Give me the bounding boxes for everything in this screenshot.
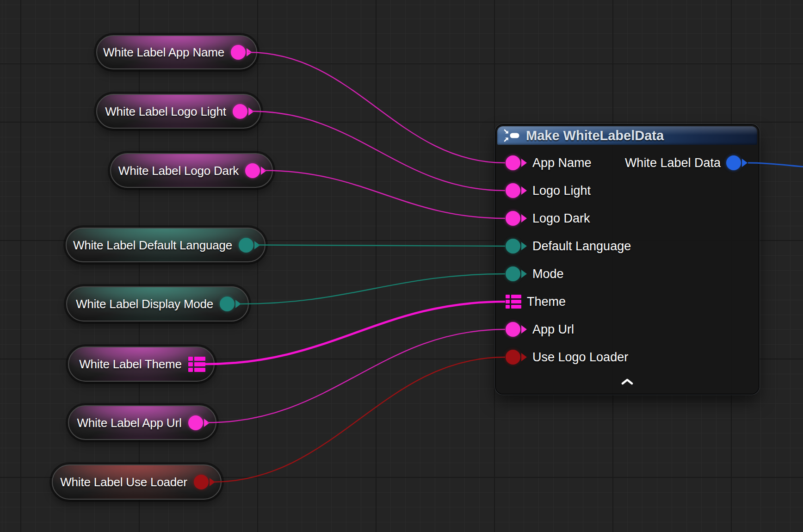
variable-getter-node[interactable]: White Label App Url bbox=[68, 405, 216, 440]
pin-nub bbox=[521, 214, 527, 223]
wire-white-label-default-language[interactable] bbox=[256, 245, 505, 247]
wire-white-label-use-loader[interactable] bbox=[212, 357, 505, 482]
pin-circle bbox=[506, 266, 520, 281]
input-pin-row: Use Logo Loader bbox=[497, 343, 628, 371]
input-pin-label: App Url bbox=[532, 323, 574, 336]
input-pin-use-logo-loader[interactable] bbox=[506, 350, 527, 365]
pin-circle bbox=[239, 238, 253, 253]
node-title: Make WhiteLabelData bbox=[526, 129, 664, 142]
struct-grid-cell bbox=[511, 300, 521, 303]
wire-white-label-logo-dark[interactable] bbox=[264, 171, 505, 219]
getter-node-label: White Label Use Loader bbox=[60, 476, 187, 488]
getter-node-label: White Label Theme bbox=[79, 358, 182, 370]
input-pin-label: Mode bbox=[532, 268, 564, 280]
wire-white-label-display-mode[interactable] bbox=[240, 274, 505, 304]
pin-circle bbox=[231, 45, 246, 60]
variable-getter-node[interactable]: White Label Default Language bbox=[66, 228, 266, 262]
pin-circle bbox=[506, 155, 520, 170]
struct-grid-cell bbox=[188, 357, 193, 361]
getter-node-label: White Label Logo Light bbox=[105, 105, 226, 118]
input-pin-app-url[interactable] bbox=[506, 322, 527, 337]
pin-nub bbox=[521, 325, 527, 334]
input-pin-label: Theme bbox=[527, 296, 566, 308]
struct-grid-cell bbox=[194, 368, 205, 372]
input-pin-mode[interactable] bbox=[506, 266, 527, 281]
getter-output-pin[interactable] bbox=[220, 297, 241, 311]
variable-getter-node[interactable]: White Label Use Loader bbox=[52, 464, 222, 500]
variable-getter-node[interactable]: White Label Logo Light bbox=[96, 94, 261, 129]
pin-circle bbox=[506, 211, 520, 226]
input-pin-row: App Url bbox=[497, 315, 574, 343]
getter-output-pin[interactable] bbox=[233, 104, 254, 119]
input-pin-label: App Name bbox=[532, 157, 592, 169]
input-pin-row: Logo Light bbox=[497, 177, 591, 204]
input-pin-row: App Name bbox=[497, 149, 592, 177]
struct-grid-cell bbox=[506, 300, 510, 303]
pin-nub bbox=[742, 159, 747, 167]
struct-grid-cell bbox=[511, 295, 521, 298]
pin-nub bbox=[521, 270, 527, 278]
variable-getter-node[interactable]: White Label App Name bbox=[96, 35, 257, 69]
struct-grid-icon bbox=[506, 295, 521, 309]
variable-getter-node[interactable]: White Label Display Mode bbox=[66, 286, 249, 322]
pin-circle bbox=[233, 104, 247, 119]
struct-grid-cell bbox=[194, 362, 205, 366]
collapse-node-button[interactable] bbox=[617, 376, 637, 388]
getter-node-label: White Label Logo Dark bbox=[118, 165, 239, 177]
pin-nub bbox=[521, 242, 527, 250]
input-pin-logo-dark[interactable] bbox=[506, 211, 527, 226]
struct-grid-icon bbox=[188, 357, 205, 372]
struct-grid-cell bbox=[506, 295, 510, 298]
pin-circle bbox=[506, 350, 520, 365]
input-pin-row: Theme bbox=[497, 288, 566, 315]
getter-node-label: White Label App Name bbox=[103, 46, 224, 58]
pin-circle bbox=[245, 163, 260, 178]
input-pin-label: Default Language bbox=[532, 240, 631, 253]
input-pin-label: Logo Light bbox=[532, 185, 591, 197]
pin-circle bbox=[220, 297, 235, 311]
wire-white-label-theme[interactable] bbox=[205, 302, 505, 364]
getter-output-pin[interactable] bbox=[188, 357, 205, 372]
struct-grid-cell bbox=[188, 368, 193, 372]
variable-getter-node[interactable]: White Label Theme bbox=[68, 346, 215, 382]
output-pin-label: White Label Data bbox=[625, 157, 721, 169]
make-whitelabeldata-node[interactable]: Make WhiteLabelData App NameLogo LightLo… bbox=[496, 125, 759, 394]
struct-grid-cell bbox=[506, 305, 510, 309]
wire-white-label-logo-light[interactable] bbox=[252, 111, 505, 191]
getter-node-label: White Label Default Language bbox=[73, 239, 232, 251]
input-pin-default-language[interactable] bbox=[506, 239, 527, 254]
struct-grid-cell bbox=[511, 305, 521, 309]
variable-getter-node[interactable]: White Label Logo Dark bbox=[110, 153, 273, 188]
getter-output-pin[interactable] bbox=[245, 163, 266, 178]
struct-grid-cell bbox=[194, 357, 205, 361]
wire-white-label-app-url[interactable] bbox=[207, 329, 505, 423]
pin-circle bbox=[726, 155, 741, 170]
white-label-data-output-pin[interactable] bbox=[726, 155, 747, 170]
input-pin-row: Mode bbox=[497, 260, 564, 288]
getter-output-pin[interactable] bbox=[188, 415, 210, 430]
make-struct-icon bbox=[504, 129, 520, 142]
getter-output-pin[interactable] bbox=[194, 475, 215, 489]
pin-circle bbox=[506, 239, 520, 254]
make-node-header: Make WhiteLabelData bbox=[497, 126, 757, 145]
pin-nub bbox=[521, 186, 527, 195]
pin-circle bbox=[506, 322, 520, 337]
pin-nub bbox=[521, 353, 527, 361]
input-pin-row: Default Language bbox=[497, 232, 631, 260]
pin-circle bbox=[506, 183, 520, 198]
getter-node-label: White Label App Url bbox=[77, 417, 182, 429]
pin-circle bbox=[188, 415, 203, 430]
blueprint-graph-canvas[interactable]: White Label App NameWhite Label Logo Lig… bbox=[0, 0, 803, 532]
getter-node-label: White Label Display Mode bbox=[76, 298, 213, 310]
struct-grid-cell bbox=[188, 362, 193, 366]
input-pin-logo-light[interactable] bbox=[506, 183, 527, 198]
input-pin-label: Use Logo Loader bbox=[532, 351, 628, 364]
input-pin-app-name[interactable] bbox=[506, 155, 527, 170]
wire-white-label-app-name[interactable] bbox=[248, 52, 505, 163]
input-pin-label: Logo Dark bbox=[532, 212, 590, 225]
input-pin-row: Logo Dark bbox=[497, 204, 590, 232]
input-pin-theme[interactable] bbox=[506, 295, 521, 309]
pin-circle bbox=[194, 475, 209, 489]
output-pin-row: White Label Data bbox=[625, 149, 757, 177]
pin-nub bbox=[521, 159, 527, 167]
